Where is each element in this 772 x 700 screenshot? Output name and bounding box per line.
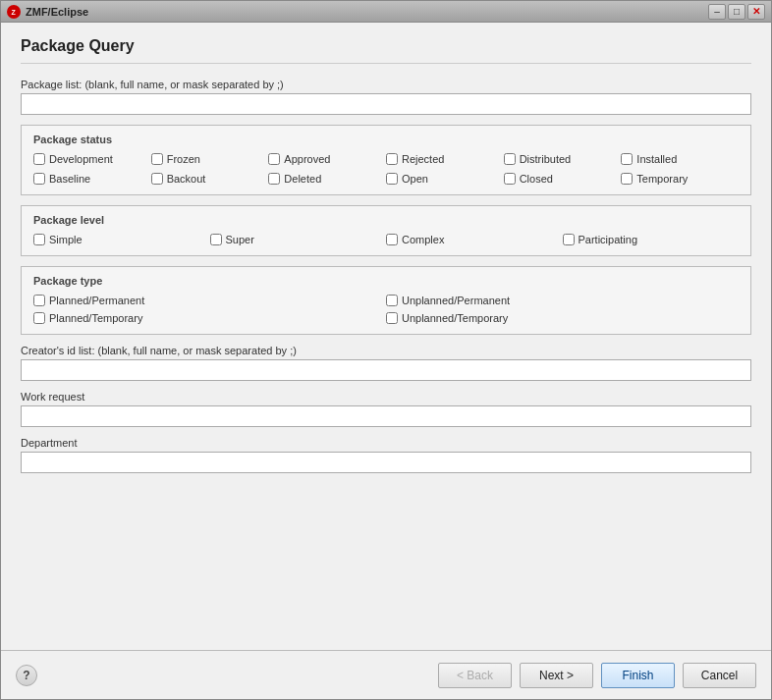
package-type-section: Package type Planned/Permanent Unplanned… [21, 266, 751, 335]
dialog-footer: ? < Back Next > Finish Cancel [1, 650, 771, 699]
package-type-checkboxes: Planned/Permanent Unplanned/Permanent Pl… [33, 295, 739, 324]
close-button[interactable]: ✕ [747, 4, 765, 20]
title-bar-left: Z ZMF/Eclipse [7, 5, 88, 19]
work-request-label: Work request [21, 391, 751, 403]
type-unplanned-temp-item: Unplanned/Temporary [386, 312, 739, 324]
status-installed-item: Installed [621, 153, 739, 165]
level-simple-checkbox[interactable] [33, 234, 45, 245]
package-status-checkboxes: Development Frozen Approved Rejected Dis… [33, 153, 739, 185]
status-open-label[interactable]: Open [402, 173, 428, 185]
status-closed-label[interactable]: Closed [520, 173, 553, 185]
status-backout-item: Backout [151, 173, 269, 185]
cancel-button[interactable]: Cancel [683, 663, 756, 688]
status-rejected-item: Rejected [386, 153, 504, 165]
level-complex-item: Complex [386, 234, 563, 245]
type-unplanned-perm-label[interactable]: Unplanned/Permanent [402, 295, 510, 306]
level-complex-checkbox[interactable] [386, 234, 398, 245]
status-distributed-label[interactable]: Distributed [520, 153, 572, 165]
package-status-section: Package status Development Frozen Approv… [21, 125, 751, 195]
app-icon: Z [7, 5, 21, 19]
status-temporary-checkbox[interactable] [621, 173, 633, 185]
status-backout-checkbox[interactable] [151, 173, 163, 185]
svg-text:Z: Z [12, 9, 17, 16]
status-distributed-checkbox[interactable] [504, 153, 516, 165]
window-controls: – □ ✕ [708, 4, 765, 20]
status-open-checkbox[interactable] [386, 173, 398, 185]
status-backout-label[interactable]: Backout [167, 173, 206, 185]
status-distributed-item: Distributed [504, 153, 622, 165]
footer-right: < Back Next > Finish Cancel [438, 663, 756, 688]
package-list-label: Package list: (blank, full name, or mask… [21, 79, 751, 90]
work-request-input[interactable] [21, 405, 751, 427]
status-deleted-checkbox[interactable] [268, 173, 280, 185]
type-planned-perm-checkbox[interactable] [33, 295, 45, 306]
status-temporary-item: Temporary [621, 173, 739, 185]
department-input[interactable] [21, 452, 751, 473]
type-planned-temp-checkbox[interactable] [33, 312, 45, 324]
package-status-title: Package status [33, 134, 739, 145]
status-rejected-label[interactable]: Rejected [402, 153, 444, 165]
status-installed-checkbox[interactable] [621, 153, 633, 165]
finish-button[interactable]: Finish [601, 663, 675, 688]
creators-id-input[interactable] [21, 359, 751, 381]
status-closed-checkbox[interactable] [504, 173, 516, 185]
status-development-checkbox[interactable] [33, 153, 45, 165]
level-simple-label[interactable]: Simple [49, 234, 83, 245]
level-super-label[interactable]: Super [226, 234, 254, 245]
type-unplanned-temp-label[interactable]: Unplanned/Temporary [402, 312, 508, 324]
main-window: Z ZMF/Eclipse – □ ✕ Package Query Packag… [0, 0, 772, 700]
type-unplanned-perm-item: Unplanned/Permanent [386, 295, 739, 306]
creators-id-field: Creator's id list: (blank, full name, or… [21, 345, 751, 381]
work-request-field: Work request [21, 391, 751, 427]
status-development-label[interactable]: Development [49, 153, 113, 165]
status-baseline-checkbox[interactable] [33, 173, 45, 185]
status-approved-checkbox[interactable] [268, 153, 280, 165]
package-type-title: Package type [33, 275, 739, 287]
status-approved-label[interactable]: Approved [284, 153, 330, 165]
next-button[interactable]: Next > [520, 663, 593, 688]
help-button[interactable]: ? [16, 665, 37, 686]
window-title: ZMF/Eclipse [26, 6, 88, 18]
level-simple-item: Simple [33, 234, 210, 245]
status-open-item: Open [386, 173, 504, 185]
status-rejected-checkbox[interactable] [386, 153, 398, 165]
back-button[interactable]: < Back [438, 663, 512, 688]
status-installed-label[interactable]: Installed [636, 153, 677, 165]
status-frozen-label[interactable]: Frozen [167, 153, 200, 165]
type-planned-perm-item: Planned/Permanent [33, 295, 386, 306]
type-planned-temp-label[interactable]: Planned/Temporary [49, 312, 142, 324]
status-baseline-label[interactable]: Baseline [49, 173, 90, 185]
type-planned-temp-item: Planned/Temporary [33, 312, 386, 324]
status-frozen-checkbox[interactable] [151, 153, 163, 165]
package-list-input[interactable] [21, 93, 751, 115]
maximize-button[interactable]: □ [728, 4, 745, 20]
minimize-button[interactable]: – [708, 4, 726, 20]
status-closed-item: Closed [504, 173, 622, 185]
type-planned-perm-label[interactable]: Planned/Permanent [49, 295, 144, 306]
department-field: Department [21, 437, 751, 473]
package-list-field: Package list: (blank, full name, or mask… [21, 79, 751, 115]
level-participating-label[interactable]: Participating [579, 234, 638, 245]
level-super-checkbox[interactable] [210, 234, 222, 245]
level-participating-item: Participating [563, 234, 740, 245]
type-unplanned-temp-checkbox[interactable] [386, 312, 398, 324]
status-development-item: Development [33, 153, 151, 165]
status-baseline-item: Baseline [33, 173, 151, 185]
dialog-content: Package Query Package list: (blank, full… [1, 23, 771, 650]
package-level-section: Package level Simple Super Complex Parti… [21, 205, 751, 256]
creators-id-label: Creator's id list: (blank, full name, or… [21, 345, 751, 356]
level-complex-label[interactable]: Complex [402, 234, 444, 245]
type-unplanned-perm-checkbox[interactable] [386, 295, 398, 306]
status-deleted-label[interactable]: Deleted [284, 173, 321, 185]
page-title: Package Query [21, 37, 751, 64]
footer-left: ? [16, 665, 37, 686]
title-bar: Z ZMF/Eclipse – □ ✕ [1, 1, 771, 23]
department-label: Department [21, 437, 751, 449]
level-participating-checkbox[interactable] [563, 234, 575, 245]
status-frozen-item: Frozen [151, 153, 269, 165]
status-approved-item: Approved [268, 153, 386, 165]
status-deleted-item: Deleted [268, 173, 386, 185]
status-temporary-label[interactable]: Temporary [636, 173, 688, 185]
level-super-item: Super [210, 234, 387, 245]
package-level-checkboxes: Simple Super Complex Participating [33, 234, 739, 245]
